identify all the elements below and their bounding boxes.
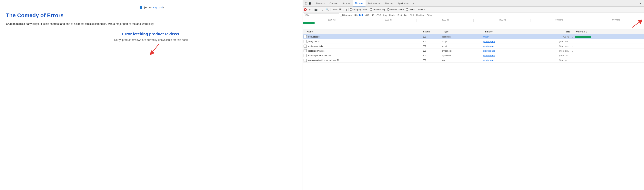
filter-btn[interactable]: ▽ [320, 8, 324, 11]
disable-cache-checkbox[interactable] [387, 8, 390, 10]
filter-css-btn[interactable]: CSS [376, 13, 382, 17]
user-bar: 👤 jason ( sign out ) [6, 4, 297, 12]
tab-console[interactable]: Console [327, 0, 340, 6]
devtools-settings: ⋮ ✕ [636, 2, 643, 5]
error-section: Error fetching product reviews! Sorry, p… [6, 32, 297, 41]
col-header-size[interactable]: Size [536, 30, 571, 33]
page-description: Shakespeare's early plays. It is his sho… [6, 22, 297, 26]
tab-elements[interactable]: Elements [313, 0, 327, 6]
devtools-tabs: ⬚ 📱 Elements Console Sources Network Per… [303, 0, 644, 7]
row-status-2: 200 [407, 45, 442, 47]
username-label: jason [144, 6, 150, 9]
separator-2 [319, 8, 319, 11]
filter-other-btn[interactable]: Other [426, 13, 433, 17]
row-more-btn-3[interactable]: ... [570, 50, 575, 52]
more-tabs-btn[interactable]: » [411, 2, 415, 4]
svg-line-3 [632, 21, 640, 27]
tab-network[interactable]: Network [353, 0, 366, 6]
row-checkbox-3[interactable] [304, 49, 307, 52]
table-row[interactable]: jquery.min.js 200 script productpage (fr… [303, 39, 644, 44]
tab-performance[interactable]: Performance [366, 0, 383, 6]
filter-manifest-btn[interactable]: Manifest [415, 13, 425, 17]
vertical-dots-btn[interactable]: ⋮ [636, 2, 638, 5]
col-header-waterfall[interactable]: Waterfall ▲ [576, 30, 644, 33]
row-name-2: bootstrap.min.js [303, 45, 407, 48]
row-size-4: (from dis... [535, 54, 570, 57]
group-by-frame-checkbox[interactable] [350, 8, 352, 10]
tab-application[interactable]: Application [396, 0, 411, 6]
tick-4000ms: 4000 ms [474, 19, 530, 22]
view-list-btn[interactable]: ☰ [338, 8, 342, 11]
table-row[interactable]: bootstrap.min.js 200 script productpage … [303, 44, 644, 48]
stop-btn[interactable]: ⊘ [308, 8, 312, 11]
view-detail-btn[interactable]: ⋮⋮ [343, 8, 347, 11]
row-type-2: script [442, 45, 483, 47]
tick-1000ms: 1000 ms [303, 19, 360, 22]
waterfall-sort-icon: ▲ [586, 31, 588, 33]
row-checkbox-2[interactable] [304, 45, 307, 48]
hide-data-urls-checkbox[interactable] [340, 14, 342, 16]
row-status-3: 200 [407, 50, 442, 52]
row-checkbox-4[interactable] [304, 54, 307, 57]
row-name-1: jquery.min.js [303, 40, 407, 43]
separator-3 [330, 8, 330, 11]
offline-checkbox[interactable] [406, 8, 408, 10]
col-header-initiator[interactable]: Initiator [484, 30, 536, 33]
table-header: Name Status Type Initiator Size Waterfal… [303, 29, 644, 34]
search-btn[interactable]: 🔍 [325, 8, 329, 11]
row-more-btn-1[interactable]: ... [570, 40, 575, 43]
filter-img-btn[interactable]: Img [382, 13, 388, 17]
row-more-btn-0[interactable]: ... [570, 36, 575, 38]
description-bold: Shakespeare's [6, 22, 25, 25]
filter-all-btn[interactable]: All [359, 14, 363, 16]
red-arrow-annotation [148, 42, 163, 57]
col-header-status[interactable]: Status [410, 30, 444, 33]
row-size-5: (from me... [535, 59, 570, 61]
group-by-frame-checkbox-group: Group by frame [350, 8, 367, 11]
filter-xhr-btn[interactable]: XHR [364, 13, 370, 17]
filter-doc-btn[interactable]: Doc [404, 13, 409, 17]
row-more-btn-5[interactable]: ... [570, 59, 575, 61]
table-row[interactable]: bootstrap.min.css 200 stylesheet product… [303, 48, 644, 53]
table-row[interactable]: bootstrap-theme.min.css 200 stylesheet p… [303, 53, 644, 58]
filter-input[interactable] [304, 13, 339, 17]
tab-memory[interactable]: Memory [383, 0, 396, 6]
sign-out-link[interactable]: sign out [153, 6, 163, 9]
close-devtools-btn[interactable]: ✕ [639, 2, 642, 5]
row-checkbox-5[interactable] [304, 59, 307, 62]
user-icon: 👤 [139, 5, 143, 9]
filter-media-btn[interactable]: Media [388, 13, 396, 17]
col-header-name[interactable]: Name [303, 30, 409, 33]
camera-btn[interactable]: 📷 [314, 8, 318, 11]
device-icon[interactable]: 📱 [308, 2, 312, 5]
filter-font-btn[interactable]: Font [397, 13, 402, 17]
table-row[interactable]: productpage 200 document Other 4.3 KB ..… [303, 34, 644, 39]
filter-js-btn[interactable]: JS [371, 13, 375, 17]
row-status-0: 200 [407, 36, 442, 38]
tick-3000ms: 3000 ms [416, 19, 474, 22]
network-throttle-select[interactable]: Online ▾ [417, 8, 425, 11]
record-btn[interactable]: ● [304, 8, 307, 11]
error-title: Error fetching product reviews! [6, 32, 297, 36]
table-row[interactable]: glyphicons-halflings-regular.woff2 200 f… [303, 58, 644, 63]
cursor-icon[interactable]: ⬚ [305, 2, 308, 5]
devtools-filter-bar: Hide data URLs All XHR JS CSS Img Media … [303, 12, 644, 18]
row-more-btn-2[interactable]: ... [570, 45, 575, 47]
offline-label: Offline [409, 8, 415, 11]
timeline-bar: 1000 ms 2000 ms 3000 ms 4000 ms 5000 ms … [303, 18, 644, 29]
red-arrow-devtools [630, 19, 642, 29]
preserve-log-checkbox[interactable] [370, 8, 372, 10]
row-checkbox-1[interactable] [304, 40, 307, 43]
row-name-4: bootstrap-theme.min.css [303, 54, 407, 57]
row-type-4: stylesheet [442, 54, 483, 57]
filter-ws-btn[interactable]: WS [410, 13, 415, 17]
row-size-3: (from dis... [535, 50, 570, 52]
row-checkbox-0[interactable] [304, 35, 307, 38]
webpage-panel: 👤 jason ( sign out ) The Comedy of Error… [0, 0, 302, 190]
page-title: The Comedy of Errors [6, 12, 297, 18]
row-initiator-5: productpage [483, 59, 535, 61]
col-header-type[interactable]: Type [444, 30, 484, 33]
tab-sources[interactable]: Sources [340, 0, 353, 6]
row-more-btn-4[interactable]: ... [570, 54, 575, 57]
tick-5000ms: 5000 ms [530, 19, 587, 22]
